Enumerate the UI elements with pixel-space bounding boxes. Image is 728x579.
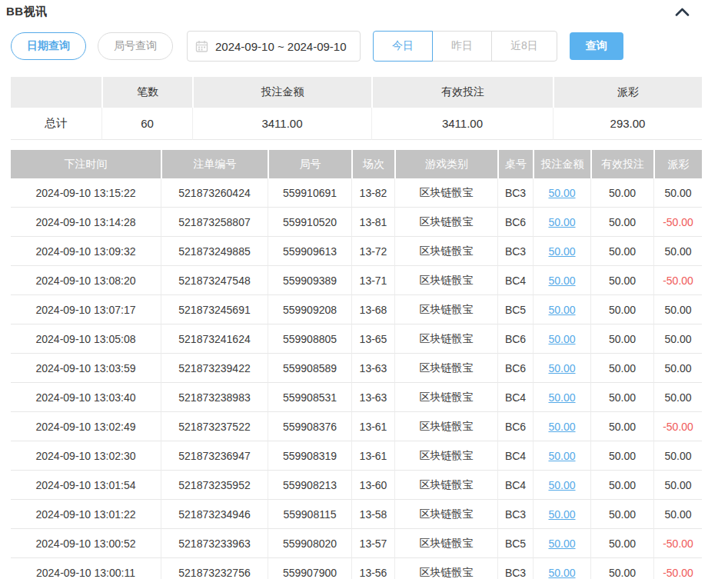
collapse-button[interactable] <box>673 6 691 18</box>
cell-time: 2024-09-10 13:00:52 <box>11 529 161 558</box>
cell-valid: 50.00 <box>590 208 653 237</box>
bet-amount-link[interactable]: 50.00 <box>548 421 575 433</box>
date-range-input[interactable]: 2024-09-10 ~ 2024-09-10 <box>187 31 361 62</box>
summary-total-label: 总计 <box>11 108 101 140</box>
calendar-icon <box>195 40 208 53</box>
cell-bet: 50.00 <box>533 208 590 237</box>
summary-header-payout: 派彩 <box>553 77 702 108</box>
cell-payout: 50.00 <box>653 295 702 324</box>
cell-round: 559908020 <box>268 529 351 558</box>
table-row: 2024-09-10 13:00:11 521873232756 5599079… <box>11 558 702 579</box>
bet-amount-link[interactable]: 50.00 <box>548 216 575 228</box>
date-query-tab[interactable]: 日期查询 <box>11 32 86 60</box>
cell-valid: 50.00 <box>590 500 653 529</box>
table-row: 2024-09-10 13:09:32 521873249885 5599096… <box>11 237 702 266</box>
bet-amount-link[interactable]: 50.00 <box>548 275 575 287</box>
col-header-slip: 注单编号 <box>161 150 268 178</box>
summary-total-row: 总计 60 3411.00 3411.00 293.00 <box>11 108 702 140</box>
cell-valid: 50.00 <box>590 237 653 266</box>
cell-payout: 50.00 <box>653 324 702 354</box>
cell-slip: 521873247548 <box>161 266 268 295</box>
today-button[interactable]: 今日 <box>373 31 433 62</box>
bet-amount-link[interactable]: 50.00 <box>548 362 575 374</box>
bet-amount-link[interactable]: 50.00 <box>548 187 575 199</box>
quick-range-group: 今日 昨日 近8日 <box>373 31 557 62</box>
col-header-round: 局号 <box>268 150 351 178</box>
cell-game: 区块链骰宝 <box>394 354 497 383</box>
cell-round: 559909613 <box>268 237 351 266</box>
search-button[interactable]: 查询 <box>570 32 623 60</box>
cell-bet: 50.00 <box>533 383 590 412</box>
cell-desk: BC4 <box>497 471 533 500</box>
cell-round: 559908115 <box>268 500 351 529</box>
cell-valid: 50.00 <box>590 178 653 208</box>
cell-payout: -50.00 <box>653 412 702 441</box>
cell-game: 区块链骰宝 <box>394 178 497 208</box>
cell-bet: 50.00 <box>533 558 590 579</box>
cell-desk: BC4 <box>497 383 533 412</box>
cell-time: 2024-09-10 13:02:49 <box>11 412 161 441</box>
table-row: 2024-09-10 13:08:20 521873247548 5599093… <box>11 266 702 295</box>
cell-game: 区块链骰宝 <box>394 529 497 558</box>
cell-bet: 50.00 <box>533 354 590 383</box>
cell-payout: 50.00 <box>653 500 702 529</box>
cell-time: 2024-09-10 13:14:28 <box>11 208 161 237</box>
yesterday-button[interactable]: 昨日 <box>432 31 492 62</box>
bet-amount-link[interactable]: 50.00 <box>548 245 575 258</box>
col-header-desk: 桌号 <box>497 150 533 178</box>
cell-valid: 50.00 <box>590 471 653 500</box>
cell-game: 区块链骰宝 <box>394 412 497 441</box>
summary-total-bet-amount: 3411.00 <box>192 108 371 140</box>
cell-game: 区块链骰宝 <box>394 558 497 579</box>
bet-amount-link[interactable]: 50.00 <box>548 508 575 521</box>
table-row: 2024-09-10 13:07:17 521873245691 5599092… <box>11 295 702 324</box>
cell-session: 13-81 <box>351 208 394 237</box>
cell-round: 559907900 <box>268 558 351 579</box>
cell-payout: -50.00 <box>653 266 702 295</box>
cell-payout: 50.00 <box>653 178 702 208</box>
round-query-tab[interactable]: 局号查询 <box>98 32 173 60</box>
cell-slip: 521873234946 <box>161 500 268 529</box>
cell-desk: BC5 <box>497 529 533 558</box>
cell-session: 13-58 <box>351 500 394 529</box>
summary-header-valid-bet: 有效投注 <box>371 77 553 108</box>
cell-payout: -50.00 <box>653 529 702 558</box>
records-table: 下注时间 注单编号 局号 场次 游戏类别 桌号 投注金额 有效投注 派彩 202… <box>11 150 702 579</box>
cell-slip: 521873237522 <box>161 412 268 441</box>
cell-slip: 521873245691 <box>161 295 268 324</box>
cell-desk: BC3 <box>497 178 533 208</box>
cell-payout: 50.00 <box>653 354 702 383</box>
last-8-days-button[interactable]: 近8日 <box>491 31 557 62</box>
cell-valid: 50.00 <box>590 441 653 471</box>
cell-desk: BC4 <box>497 441 533 471</box>
cell-session: 13-82 <box>351 178 394 208</box>
cell-slip: 521873233963 <box>161 529 268 558</box>
cell-valid: 50.00 <box>590 558 653 579</box>
col-header-valid: 有效投注 <box>590 150 653 178</box>
cell-round: 559908376 <box>268 412 351 441</box>
bet-amount-link[interactable]: 50.00 <box>548 450 575 462</box>
cell-slip: 521873260424 <box>161 178 268 208</box>
col-header-bet: 投注金额 <box>533 150 590 178</box>
bet-amount-link[interactable]: 50.00 <box>548 391 575 404</box>
cell-time: 2024-09-10 13:01:54 <box>11 471 161 500</box>
cell-valid: 50.00 <box>590 412 653 441</box>
cell-session: 13-63 <box>351 354 394 383</box>
col-header-time: 下注时间 <box>11 150 161 178</box>
table-row: 2024-09-10 13:02:49 521873237522 5599083… <box>11 412 702 441</box>
cell-bet: 50.00 <box>533 266 590 295</box>
bet-amount-link[interactable]: 50.00 <box>548 333 575 345</box>
bet-amount-link[interactable]: 50.00 <box>548 304 575 316</box>
bet-amount-link[interactable]: 50.00 <box>548 479 575 491</box>
bet-amount-link[interactable]: 50.00 <box>548 567 575 579</box>
summary-header-bet-amount: 投注金额 <box>192 77 371 108</box>
cell-session: 13-68 <box>351 295 394 324</box>
cell-desk: BC3 <box>497 558 533 579</box>
summary-header-row: 笔数 投注金额 有效投注 派彩 <box>11 77 702 108</box>
cell-time: 2024-09-10 13:02:30 <box>11 441 161 471</box>
bet-amount-link[interactable]: 50.00 <box>548 537 575 550</box>
cell-time: 2024-09-10 13:03:40 <box>11 383 161 412</box>
cell-desk: BC3 <box>497 500 533 529</box>
page-title: BB视讯 <box>6 5 48 19</box>
table-row: 2024-09-10 13:03:59 521873239422 5599085… <box>11 354 702 383</box>
